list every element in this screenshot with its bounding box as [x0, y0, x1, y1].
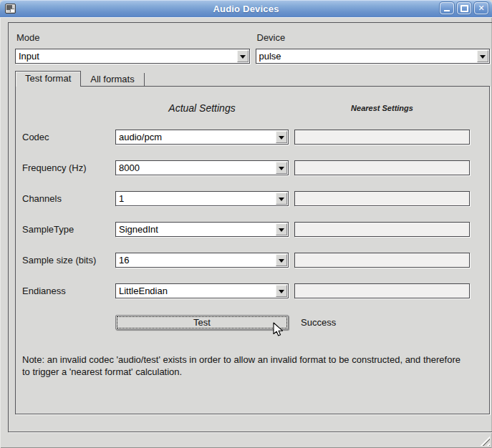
- minimize-button[interactable]: [440, 2, 454, 14]
- chevron-down-icon: [276, 193, 287, 205]
- sample-size-select[interactable]: 16: [115, 253, 289, 268]
- window-menu-icon[interactable]: [5, 4, 16, 14]
- settings-rows: Codec audio/pcm Frequency (Hz) 8000: [22, 130, 483, 298]
- minimize-icon: [444, 10, 450, 11]
- chevron-down-icon: [276, 285, 287, 297]
- frequency-select[interactable]: 8000: [115, 160, 289, 175]
- row-channels: Channels 1: [22, 191, 483, 206]
- row-sample-size: Sample size (bits) 16: [22, 253, 483, 268]
- endianess-select-value: LittleEndian: [119, 286, 168, 296]
- tabbar: Test format All formats: [15, 70, 490, 86]
- sample-type-label: SampleType: [22, 222, 110, 237]
- codec-nearest-field: [294, 130, 470, 145]
- codec-label: Codec: [22, 130, 110, 145]
- row-sample-type: SampleType SignedInt: [22, 222, 483, 237]
- mode-label: Mode: [16, 32, 250, 43]
- sample-type-nearest-field: [294, 222, 470, 237]
- maximize-button[interactable]: [457, 2, 471, 14]
- frequency-nearest-field: [294, 160, 470, 175]
- chevron-down-icon: [477, 50, 488, 62]
- endianess-nearest-field: [294, 283, 470, 298]
- test-row: Test Success: [22, 314, 483, 331]
- status-text: Success: [294, 315, 470, 330]
- chevron-down-icon: [276, 131, 287, 143]
- device-group: Device pulse: [256, 29, 491, 64]
- sample-size-select-value: 16: [119, 255, 129, 266]
- window-title: Audio Devices: [0, 4, 492, 14]
- codec-select-value: audio/pcm: [119, 132, 162, 142]
- codec-select[interactable]: audio/pcm: [115, 130, 289, 145]
- mode-select-value: Input: [19, 51, 39, 62]
- sample-size-nearest-field: [294, 253, 470, 268]
- test-format-panel: Actual Settings Nearest Settings Codec a…: [15, 86, 490, 414]
- content-frame: Mode Input Device pulse Test format All …: [8, 22, 492, 432]
- note-text: Note: an invalid codec 'audio/test' exis…: [22, 354, 465, 378]
- row-codec: Codec audio/pcm: [22, 130, 483, 145]
- device-select-value: pulse: [259, 51, 281, 62]
- close-icon: ✕: [478, 4, 484, 12]
- channels-select[interactable]: 1: [115, 191, 289, 206]
- nearest-settings-header: Nearest Settings: [294, 104, 470, 112]
- chevron-down-icon: [276, 162, 287, 174]
- channels-label: Channels: [22, 191, 110, 206]
- row-frequency: Frequency (Hz) 8000: [22, 160, 483, 175]
- titlebar-buttons: ✕: [440, 2, 488, 14]
- sample-type-select[interactable]: SignedInt: [115, 222, 289, 237]
- maximize-icon: [460, 5, 468, 12]
- endianess-label: Endianess: [22, 283, 110, 298]
- frequency-select-value: 8000: [119, 162, 140, 173]
- channels-nearest-field: [294, 191, 470, 206]
- mode-group: Mode Input: [15, 29, 250, 64]
- settings-headers: Actual Settings Nearest Settings: [22, 102, 483, 114]
- audio-devices-window: Audio Devices ✕ Mode Input De: [0, 0, 492, 448]
- chevron-down-icon: [276, 223, 287, 235]
- frequency-label: Frequency (Hz): [22, 160, 110, 175]
- actual-settings-header: Actual Settings: [115, 102, 289, 114]
- titlebar[interactable]: Audio Devices ✕: [0, 0, 492, 18]
- chevron-down-icon: [237, 50, 249, 62]
- mode-device-row: Mode Input Device pulse: [15, 29, 490, 64]
- endianess-select[interactable]: LittleEndian: [115, 283, 289, 298]
- test-button[interactable]: Test: [115, 315, 289, 330]
- device-label: Device: [257, 32, 491, 43]
- channels-select-value: 1: [119, 193, 124, 204]
- device-select[interactable]: pulse: [256, 49, 491, 64]
- tab-all-formats[interactable]: All formats: [81, 73, 144, 86]
- sample-size-label: Sample size (bits): [22, 253, 110, 268]
- mode-select[interactable]: Input: [15, 49, 250, 64]
- chevron-down-icon: [276, 254, 287, 266]
- tab-test-format[interactable]: Test format: [15, 71, 81, 87]
- row-endianess: Endianess LittleEndian: [22, 283, 483, 298]
- close-button[interactable]: ✕: [474, 2, 488, 14]
- sample-type-select-value: SignedInt: [119, 224, 158, 235]
